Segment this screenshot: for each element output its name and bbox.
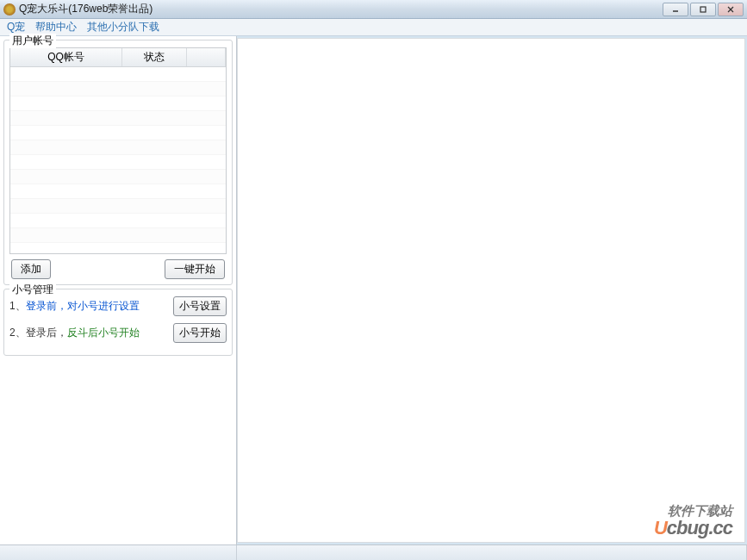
menu-qchong[interactable]: Q宠 bbox=[7, 20, 25, 34]
mgmt-row1-text: 登录前，对小号进行设置 bbox=[26, 300, 140, 312]
col-status[interactable]: 状态 bbox=[122, 48, 187, 66]
watermark: 软件下载站 Ucbug.cc bbox=[654, 503, 732, 537]
table-actions: 添加 一键开始 bbox=[9, 259, 227, 279]
maximize-button[interactable] bbox=[690, 3, 716, 16]
table-row[interactable] bbox=[10, 140, 226, 155]
table-body[interactable] bbox=[10, 67, 226, 253]
table-row[interactable] bbox=[10, 111, 226, 126]
table-row[interactable] bbox=[10, 170, 226, 184]
accounts-group-title: 用户帐号 bbox=[9, 34, 56, 48]
table-row[interactable] bbox=[10, 96, 226, 111]
table-row[interactable] bbox=[10, 126, 226, 140]
menu-bar: Q宠 帮助中心 其他小分队下载 bbox=[0, 19, 747, 36]
mgmt-group: 小号管理 1、登录前，对小号进行设置 小号设置 2、登录后，反斗后小号开始 小号… bbox=[3, 289, 233, 356]
mgmt-row2-text: 反斗后小号开始 bbox=[67, 327, 140, 339]
window-controls bbox=[661, 3, 744, 16]
left-panel: 用户帐号 QQ帐号 状态 bbox=[0, 36, 237, 544]
mgmt-row1-prefix: 1、 bbox=[9, 300, 26, 312]
titlebar-left: Q宠大乐斗(176web荣誉出品) bbox=[3, 2, 153, 16]
minimize-button[interactable] bbox=[663, 3, 688, 16]
alt-settings-button[interactable]: 小号设置 bbox=[173, 296, 227, 316]
table-header: QQ帐号 状态 bbox=[10, 48, 226, 67]
table-row[interactable] bbox=[10, 214, 226, 228]
alt-start-button[interactable]: 小号开始 bbox=[173, 323, 227, 343]
mgmt-row-2: 2、登录后，反斗后小号开始 小号开始 bbox=[9, 323, 227, 343]
add-button[interactable]: 添加 bbox=[11, 259, 51, 279]
table-row[interactable] bbox=[10, 67, 226, 82]
col-account[interactable]: QQ帐号 bbox=[10, 48, 122, 66]
col-empty[interactable] bbox=[187, 48, 226, 66]
table-row[interactable] bbox=[10, 228, 226, 243]
svg-rect-1 bbox=[700, 7, 706, 12]
accounts-table[interactable]: QQ帐号 状态 bbox=[9, 47, 227, 254]
accounts-group: 用户帐号 QQ帐号 状态 bbox=[3, 40, 233, 285]
mgmt-group-title: 小号管理 bbox=[9, 283, 56, 297]
table-row[interactable] bbox=[10, 82, 226, 96]
minimize-icon bbox=[671, 5, 680, 14]
mgmt-row2-prefix: 2、登录后， bbox=[9, 327, 67, 339]
mgmt-row-1: 1、登录前，对小号进行设置 小号设置 bbox=[9, 296, 227, 316]
table-row[interactable] bbox=[10, 184, 226, 199]
status-cell-left bbox=[0, 545, 237, 560]
watermark-line1: 软件下载站 bbox=[654, 503, 732, 520]
close-icon bbox=[726, 5, 735, 14]
menu-help[interactable]: 帮助中心 bbox=[35, 20, 77, 34]
mgmt-text-2: 2、登录后，反斗后小号开始 bbox=[9, 326, 140, 340]
close-button[interactable] bbox=[718, 3, 744, 16]
app-icon bbox=[3, 3, 16, 16]
window-title: Q宠大乐斗(176web荣誉出品) bbox=[19, 2, 153, 16]
mgmt-text-1: 1、登录前，对小号进行设置 bbox=[9, 299, 140, 314]
status-bar bbox=[0, 544, 747, 560]
maximize-icon bbox=[699, 5, 707, 14]
menu-other-download[interactable]: 其他小分队下载 bbox=[87, 20, 159, 34]
table-row[interactable] bbox=[10, 199, 226, 214]
title-bar: Q宠大乐斗(176web荣誉出品) bbox=[0, 0, 747, 19]
table-row[interactable] bbox=[10, 155, 226, 170]
workspace: 用户帐号 QQ帐号 状态 bbox=[0, 36, 747, 544]
watermark-rest: cbug.cc bbox=[667, 517, 732, 538]
watermark-u: U bbox=[654, 517, 667, 538]
start-all-button[interactable]: 一键开始 bbox=[165, 259, 225, 279]
status-cell-right bbox=[237, 545, 747, 560]
watermark-line2: Ucbug.cc bbox=[654, 520, 732, 537]
right-panel: 软件下载站 Ucbug.cc bbox=[237, 38, 745, 543]
